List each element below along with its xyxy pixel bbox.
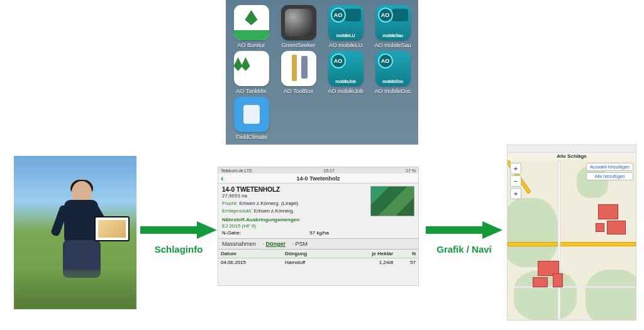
kv-key: Ernteprodukt: xyxy=(222,208,252,214)
td-jehektar: 1,24dt xyxy=(340,258,396,267)
app-ao-mobilejob[interactable]: AO mobileJob AO mobileJob xyxy=(324,51,367,94)
clock-label: 15:17 xyxy=(323,168,335,173)
arrow-right-icon xyxy=(140,220,217,240)
battery-label: 17 % xyxy=(406,168,416,173)
ao-app-icon: AO mobileJob xyxy=(328,51,364,86)
app-label: AO mobileLU xyxy=(329,42,363,48)
app-ao-mobilelu[interactable]: AO mobileLU AO mobileLU xyxy=(324,5,367,48)
th-datum: Datum xyxy=(218,250,282,258)
ao-sublabel: mobileDoc xyxy=(378,79,408,84)
app-row-2: AO TankMix AO ToolBox AO mobileJob AO mo… xyxy=(230,51,414,94)
table-header-row: Datum Düngung je Hektar N xyxy=(218,250,418,258)
map-statusbar xyxy=(508,145,636,153)
app-label: AO TankMix xyxy=(236,88,266,94)
map-forest xyxy=(586,270,636,320)
table-row[interactable]: 04.06.2015 Harnstoff 1,24dt 57 xyxy=(218,258,418,267)
svg-marker-1 xyxy=(426,221,502,239)
th-jehektar: je Hektar xyxy=(340,250,396,258)
leaf-icon xyxy=(234,5,269,40)
map-pane: Alle Schläge + − ⌖ Auswahl hinzufügen Al… xyxy=(507,145,636,321)
th-n: N xyxy=(396,250,418,258)
kv-value: 57 kg/ha xyxy=(309,230,329,236)
carrier-label: Telekom.de LTE xyxy=(221,168,252,173)
tab-duenger[interactable]: Dünger xyxy=(266,241,286,247)
map-action-buttons: Auswahl hinzufügen Alle hinzufügen xyxy=(586,163,633,180)
app-greenseeker[interactable]: GreenSeeker xyxy=(277,5,320,48)
back-chevron-icon[interactable]: ‹ xyxy=(221,173,223,184)
detail-tabs: Massnahmen · Dünger · PSM xyxy=(218,238,418,250)
app-ao-mobilesau[interactable]: AO mobileSau AO mobileSau xyxy=(371,5,414,48)
arrow-label: Schlaginfo xyxy=(155,244,203,255)
app-label: AO mobileJob xyxy=(328,88,364,94)
map-zoom-controls: + − ⌖ xyxy=(510,163,521,199)
kv-naehrstoff: Nährstoff-Ausbringungsmengen EJ 2015 (HF… xyxy=(222,216,414,229)
tab-massnahmen[interactable]: Massnahmen xyxy=(222,241,256,247)
map-road-minor xyxy=(508,286,636,288)
map-parcel[interactable] xyxy=(607,221,626,234)
app-label: AO mobileSau xyxy=(374,42,411,48)
ao-app-icon: AO mobileSau xyxy=(375,5,411,40)
th-duengung: Düngung xyxy=(282,250,340,258)
aerial-thumbnail[interactable] xyxy=(370,186,414,216)
kv-key: Nährstoff-Ausbringungsmengen xyxy=(222,217,299,223)
ao-badge-icon: AO xyxy=(331,8,346,23)
app-row-3: FieldClimate xyxy=(230,97,414,140)
kv-value: Erbsen z.Körnerg. (Lirajet) xyxy=(239,201,298,206)
arrow-label: Grafik / Navi xyxy=(436,244,492,255)
tools-icon xyxy=(281,51,316,86)
arrow-schlaginfo: Schlaginfo xyxy=(137,220,220,255)
leaves-icon xyxy=(234,51,269,86)
zoom-out-button[interactable]: − xyxy=(510,175,521,187)
app-fieldclimate[interactable]: FieldClimate xyxy=(230,97,274,140)
app-label: GreenSeeker xyxy=(282,42,316,48)
app-ao-toolbox[interactable]: AO ToolBox xyxy=(277,51,320,94)
app-ao-mobiledoc[interactable]: AO mobileDoc AO mobileDoc xyxy=(371,51,414,94)
td-n: 57 xyxy=(396,258,418,267)
add-all-button[interactable]: Alle hinzufügen xyxy=(586,172,633,180)
kv-key: N-Gabe: xyxy=(222,230,241,236)
weather-station-icon xyxy=(234,97,269,132)
tab-psm[interactable]: PSM xyxy=(296,241,308,247)
arrow-right-icon xyxy=(426,220,502,240)
kv-sub: EJ 2015 (HF 0) xyxy=(222,223,256,229)
sensor-icon xyxy=(281,5,316,40)
kv-value: Erbsen z.Körnerg. xyxy=(254,208,294,214)
nav-title: 14-0 Twetenholz xyxy=(297,175,340,182)
map-forest xyxy=(508,198,558,267)
kv-ngabe: N-Gabe: 57 kg/ha xyxy=(222,230,329,236)
app-label: AO mobileDoc xyxy=(374,88,411,94)
ao-badge-icon: AO xyxy=(378,53,393,69)
map-parcel[interactable] xyxy=(596,223,604,232)
app-ao-tankmix[interactable]: AO TankMix xyxy=(230,51,273,94)
ao-sublabel: mobileJob xyxy=(331,79,361,84)
ao-sublabel: mobileLU xyxy=(331,33,361,38)
map-parcel[interactable] xyxy=(598,204,618,219)
app-label: FieldClimate xyxy=(236,134,267,140)
field-detail-pane: Telekom.de LTE 15:17 17 % ‹ 14-0 Twetenh… xyxy=(218,167,419,286)
tablet-icon xyxy=(94,216,130,241)
map-parcel[interactable] xyxy=(533,277,548,287)
map-parcel[interactable] xyxy=(553,273,563,287)
map-canvas[interactable]: + − ⌖ Auswahl hinzufügen Alle hinzufügen xyxy=(508,160,636,320)
arrow-grafik-navi: Grafik / Navi xyxy=(423,220,506,255)
td-datum: 04.06.2015 xyxy=(218,258,282,267)
navbar: ‹ 14-0 Twetenholz xyxy=(218,173,418,184)
ao-sublabel: mobileSau xyxy=(378,33,408,38)
add-selection-button[interactable]: Auswahl hinzufügen xyxy=(586,163,633,171)
app-label: AO ToolBox xyxy=(284,88,313,94)
svg-marker-0 xyxy=(140,221,217,239)
td-duengung: Harnstoff xyxy=(282,258,340,267)
field-worker-photo xyxy=(14,156,136,309)
locate-button[interactable]: ⌖ xyxy=(510,188,521,199)
apps-panel: AO Bonitur GreenSeeker AO mobileLU AO mo… xyxy=(226,0,418,145)
map-road-major xyxy=(508,242,636,246)
map-road-minor xyxy=(558,160,560,320)
app-ao-bonitur[interactable]: AO Bonitur xyxy=(230,5,273,48)
ao-badge-icon: AO xyxy=(378,8,393,23)
kv-key: Frucht: xyxy=(222,201,238,206)
detail-body: 14-0 TWETENHOLZ 27,9653 ha Frucht: Erbse… xyxy=(218,184,418,238)
map-title: Alle Schläge xyxy=(508,153,636,160)
duenger-table: Datum Düngung je Hektar N 04.06.2015 Har… xyxy=(218,250,418,267)
zoom-in-button[interactable]: + xyxy=(510,163,521,174)
app-label: AO Bonitur xyxy=(237,42,265,48)
